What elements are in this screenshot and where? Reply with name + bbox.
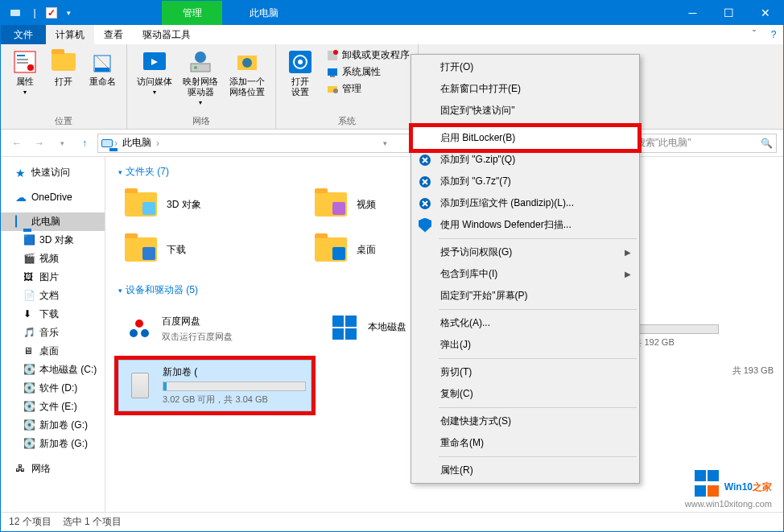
tree-item[interactable]: 💽文件 (E:) bbox=[1, 398, 105, 416]
map-drive-button[interactable]: 映射网络 驱动器▾ bbox=[179, 47, 222, 108]
tree-item-icon: 💽 bbox=[23, 401, 36, 414]
history-dropdown-icon[interactable]: ▾ bbox=[52, 134, 72, 153]
manage-button[interactable]: 管理 bbox=[324, 81, 411, 97]
tree-network[interactable]: 🖧网络 bbox=[1, 460, 105, 478]
tree-item[interactable]: ⬇下载 bbox=[1, 305, 105, 324]
folder-item[interactable]: 3D 对象 bbox=[118, 185, 295, 224]
menu-item[interactable]: 使用 Windows Defender扫描... bbox=[413, 214, 638, 236]
app-icon bbox=[7, 5, 23, 21]
tab-drive-tools[interactable]: 驱动器工具 bbox=[133, 25, 200, 44]
titlebar: | ✓ ▾ 管理 此电脑 ─ ☐ ✕ bbox=[1, 1, 783, 25]
chevron-right-icon[interactable]: › bbox=[156, 138, 159, 149]
tab-file[interactable]: 文件 bbox=[1, 25, 46, 44]
help-icon[interactable]: ? bbox=[764, 25, 783, 44]
tree-item[interactable]: 💽新加卷 (G:) bbox=[1, 416, 105, 435]
tree-item[interactable]: 🎬视频 bbox=[1, 250, 105, 268]
menu-item[interactable]: 添加到 "G.7z"(7) bbox=[413, 171, 638, 192]
tree-onedrive[interactable]: ☁OneDrive bbox=[1, 188, 105, 206]
close-button[interactable]: ✕ bbox=[747, 1, 783, 25]
menu-item[interactable]: 重命名(M) bbox=[413, 432, 638, 454]
drive-item[interactable]: 百度网盘双击运行百度网盘 bbox=[118, 303, 312, 353]
add-network-location-button[interactable]: 添加一个 网络位置 bbox=[225, 47, 269, 99]
tree-item[interactable]: 🖼图片 bbox=[1, 268, 105, 287]
window-title: 此电脑 bbox=[250, 6, 279, 20]
tree-item-icon: 💽 bbox=[23, 438, 36, 451]
network-icon: 🖧 bbox=[15, 463, 28, 476]
access-media-button[interactable]: 访问媒体▾ bbox=[134, 47, 175, 97]
menu-item[interactable]: 剪切(T) bbox=[413, 361, 638, 383]
menu-item[interactable]: 打开(O) bbox=[413, 56, 638, 78]
tree-item[interactable]: 🟦3D 对象 bbox=[1, 231, 105, 250]
menu-item[interactable]: 固定到"快速访问" bbox=[413, 100, 638, 122]
svg-rect-3 bbox=[17, 62, 28, 64]
menu-item[interactable]: 创建快捷方式(S) bbox=[413, 410, 638, 432]
tab-computer[interactable]: 计算机 bbox=[46, 25, 94, 44]
tree-item-icon: 🎵 bbox=[23, 327, 36, 340]
menu-item[interactable]: 添加到 "G.zip"(Q) bbox=[413, 149, 638, 171]
chevron-right-icon[interactable]: › bbox=[114, 138, 118, 149]
tree-item[interactable]: 💽新加卷 (G:) bbox=[1, 435, 105, 453]
tab-view[interactable]: 查看 bbox=[94, 25, 133, 44]
tree-item-icon: 💽 bbox=[23, 419, 36, 432]
ribbon-tabs: 文件 计算机 查看 驱动器工具 ˇ ? bbox=[1, 25, 783, 44]
menu-item[interactable]: 包含到库中(I)▶ bbox=[413, 263, 638, 285]
menu-item[interactable]: 固定到"开始"屏幕(P) bbox=[413, 285, 638, 307]
svg-rect-27 bbox=[345, 315, 357, 327]
tree-quick-access[interactable]: ★快速访问 bbox=[1, 163, 105, 182]
group-label: 系统 bbox=[283, 113, 411, 129]
svg-rect-9 bbox=[191, 64, 210, 72]
back-button[interactable]: ← bbox=[7, 134, 27, 153]
dropdown-icon[interactable]: ▾ bbox=[380, 139, 390, 147]
group-label: 位置 bbox=[7, 113, 120, 129]
svg-rect-29 bbox=[345, 328, 357, 340]
tree-item[interactable]: 🖥桌面 bbox=[1, 342, 105, 361]
tree-this-pc[interactable]: 此电脑 bbox=[1, 212, 105, 231]
up-button[interactable]: ↑ bbox=[75, 134, 94, 153]
qat-checkbox-icon[interactable]: ✓ bbox=[46, 7, 57, 19]
drive-icon bbox=[123, 312, 155, 344]
menu-item[interactable]: 授予访问权限(G)▶ bbox=[413, 241, 638, 263]
ribbon: 属性▾ 打开 重命名 位置 访问媒体▾ 映射网络 驱动器▾ 添加一个 网络位置 … bbox=[1, 44, 783, 130]
menu-item[interactable]: 弹出(J) bbox=[413, 334, 638, 356]
open-settings-button[interactable]: 打开 设置 bbox=[283, 47, 318, 99]
star-icon: ★ bbox=[15, 167, 28, 179]
forward-button[interactable]: → bbox=[30, 134, 49, 153]
minimize-button[interactable]: ─ bbox=[675, 1, 711, 25]
menu-item[interactable]: 添加到压缩文件 (Bandizip)(L)... bbox=[413, 192, 638, 214]
menu-separator bbox=[439, 309, 637, 310]
properties-button[interactable]: 属性▾ bbox=[7, 47, 43, 97]
menu-item[interactable]: 属性(R) bbox=[413, 460, 638, 481]
menu-item[interactable]: 启用 BitLocker(B) bbox=[413, 127, 638, 149]
tree-item-icon: 💽 bbox=[23, 364, 36, 377]
tree-item[interactable]: 💽软件 (D:) bbox=[1, 379, 105, 398]
tree-item[interactable]: 📄文档 bbox=[1, 287, 105, 305]
ribbon-group-location: 属性▾ 打开 重命名 位置 bbox=[1, 44, 127, 129]
search-icon[interactable]: 🔍 bbox=[761, 138, 773, 149]
menu-item[interactable]: 在新窗口中打开(E) bbox=[413, 78, 638, 100]
tree-item[interactable]: 💽本地磁盘 (C:) bbox=[1, 361, 105, 379]
folder-icon bbox=[122, 233, 160, 266]
menu-item[interactable]: 格式化(A)... bbox=[413, 312, 638, 334]
ribbon-collapse-icon[interactable]: ˇ bbox=[745, 25, 764, 44]
breadcrumb-root[interactable]: 此电脑 bbox=[119, 136, 155, 150]
svg-point-4 bbox=[27, 64, 34, 71]
uninstall-button[interactable]: 卸载或更改程序 bbox=[324, 47, 411, 63]
drive-item[interactable]: 新加卷 (3.02 GB 可用，共 3.04 GB bbox=[118, 360, 312, 411]
contextual-tab-label[interactable]: 管理 bbox=[162, 1, 222, 25]
maximize-button[interactable]: ☐ bbox=[711, 1, 747, 25]
svg-point-13 bbox=[242, 58, 252, 68]
cloud-icon: ☁ bbox=[15, 191, 28, 204]
menu-item[interactable]: 复制(C) bbox=[413, 383, 638, 405]
open-button[interactable]: 打开 bbox=[46, 47, 81, 89]
svg-point-24 bbox=[130, 329, 138, 337]
explorer-body: ★快速访问 ☁OneDrive 此电脑 🟦3D 对象🎬视频🖼图片📄文档⬇下载🎵音… bbox=[1, 157, 783, 513]
tree-item-icon: 💽 bbox=[23, 382, 36, 395]
qat-dropdown-icon[interactable]: ▾ bbox=[60, 5, 76, 21]
svg-rect-6 bbox=[95, 68, 109, 72]
system-properties-button[interactable]: 系统属性 bbox=[324, 64, 411, 80]
tree-item[interactable]: 🎵音乐 bbox=[1, 324, 105, 342]
folder-item[interactable]: 下载 bbox=[118, 230, 295, 269]
search-input[interactable]: 搜索"此电脑" 🔍 bbox=[632, 134, 777, 153]
watermark-logo: Win10之家 www.win10xitong.com bbox=[685, 470, 772, 509]
rename-button[interactable]: 重命名 bbox=[85, 47, 120, 89]
